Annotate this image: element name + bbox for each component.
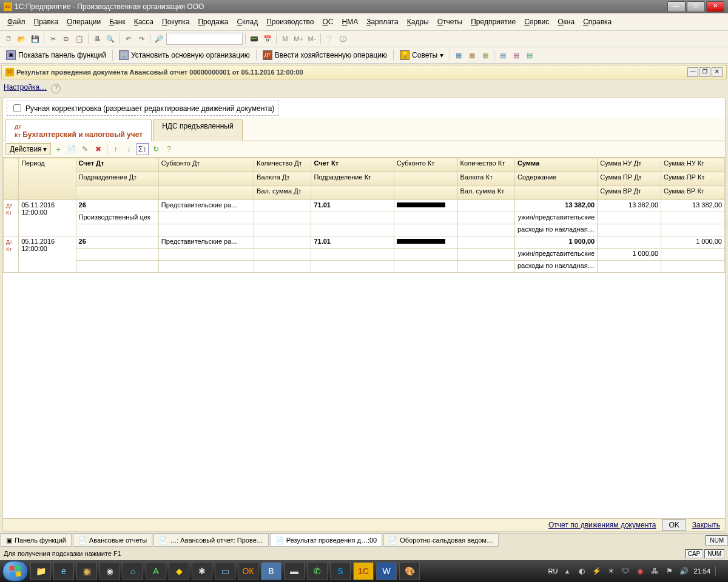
tool-icon-1[interactable]: ▦ [453,49,465,61]
menu-windows[interactable]: Окна [554,16,578,27]
advice-button[interactable]: 💡Советы ▾ [396,49,447,61]
tray-icon[interactable]: ⚡ [592,566,601,576]
cut-icon[interactable]: ✂ [47,33,59,45]
undo-icon[interactable]: ↶ [122,33,134,45]
tray-network-icon[interactable]: 🖧 [650,566,659,576]
menu-edit[interactable]: Правка [30,16,62,27]
task-app-icon[interactable]: ⌂ [123,562,143,580]
task-word-icon[interactable]: W [376,562,397,580]
col-dept-dt[interactable]: Подразделение Дт [76,172,158,186]
enter-operation-button[interactable]: ДтВвести хозяйственную операцию [259,49,391,61]
col-qty-dt[interactable]: Количество Дт [254,158,311,172]
tool-icon-4[interactable]: ▤ [497,49,509,61]
col-period[interactable]: Период [19,158,76,200]
table-row[interactable]: расходы по накладная 22 [4,224,725,236]
menu-nma[interactable]: НМА [338,16,362,27]
doc-close-button[interactable]: ✕ [712,67,723,77]
task-explorer-icon[interactable]: 📁 [30,562,51,580]
tray-up-icon[interactable]: ▴ [562,566,572,576]
task-1c-icon[interactable]: 1C [353,562,374,580]
tray-icon[interactable]: ◐ [577,566,587,576]
col-sub-kt[interactable]: Субконто Кт [394,158,457,172]
tray-volume-icon[interactable]: 🔊 [679,566,689,576]
edit-icon[interactable]: ✎ [79,143,91,155]
panel-tab-active[interactable]: 📄 Результат проведения д…:00 [270,534,382,547]
tool-icon-2[interactable]: ▦ [466,49,478,61]
task-vk-icon[interactable]: В [261,562,281,580]
ok-button[interactable]: OK [662,519,686,531]
table-row[interactable]: ДтКт 05.11.201612:00:00 26 Представитель… [4,236,725,249]
info-icon[interactable]: ⓘ [337,33,349,45]
m-minus-icon[interactable]: M- [306,33,318,45]
menu-bank[interactable]: Банк [106,16,129,27]
maximize-button[interactable]: □ [687,1,705,12]
help-icon[interactable]: ❔ [323,33,335,45]
menu-os[interactable]: ОС [318,16,337,27]
delete-icon[interactable]: ✖ [92,143,104,155]
menu-service[interactable]: Сервис [521,16,553,27]
menu-production[interactable]: Производство [263,16,317,27]
col-nu-kt[interactable]: Сумма НУ Кт [661,158,725,172]
task-app-icon[interactable]: ▬ [284,562,305,580]
calc-icon[interactable]: 📟 [248,33,260,45]
menu-cash[interactable]: Касса [130,16,157,27]
menu-reports[interactable]: Отчеты [434,16,467,27]
redo-icon[interactable]: ↷ [135,33,147,45]
task-app-icon[interactable]: А [146,562,166,580]
task-chrome-icon[interactable]: ◉ [99,562,120,580]
tab-vat[interactable]: НДС предъявленный [153,119,242,141]
new-icon[interactable]: 🗋 [2,33,15,45]
table-row[interactable]: Производственный цех ужин/представительс… [4,212,725,224]
col-sum[interactable]: Сумма [514,158,597,172]
menu-purchase[interactable]: Покупка [158,16,193,27]
col-acc-kt[interactable]: Счет Кт [311,158,394,172]
add-copy-icon[interactable]: 📄 [66,143,78,155]
col-valsum-kt[interactable]: Вал. сумма Кт [457,186,514,200]
task-app-icon[interactable]: ОК [238,562,258,580]
col-content[interactable]: Содержание [514,172,597,186]
manual-correction-checkbox[interactable]: Ручная корректировка (разрешает редактир… [7,101,278,116]
doc-minimize-button[interactable]: — [687,67,698,77]
col-vr-dt[interactable]: Сумма ВР Дт [598,186,661,200]
add-icon[interactable]: ＋ [52,143,64,155]
tab-accounting[interactable]: ДтКт Бухгалтерский и налоговый учет [5,119,152,141]
menu-help[interactable]: Справка [579,16,615,27]
col-dept-kt[interactable]: Подразделение Кт [311,172,394,186]
menu-hr[interactable]: Кадры [403,16,433,27]
col-valsum-dt[interactable]: Вал. сумма Дт [254,186,311,200]
close-link[interactable]: Закрыть [692,521,720,529]
show-panel-button[interactable]: ▣Показать панель функций [2,49,110,61]
move-up-icon[interactable]: ↑ [110,143,122,155]
m-icon[interactable]: M [279,33,291,45]
menu-file[interactable]: Файл [4,16,29,27]
manual-correction-input[interactable] [13,104,21,112]
table-row[interactable]: расходы по накладная 22 [4,261,725,273]
show-desktop-button[interactable] [715,566,721,576]
menu-stock[interactable]: Склад [233,16,261,27]
m-plus-icon[interactable]: M+ [292,33,305,45]
task-app-icon[interactable]: ✆ [307,562,328,580]
report-link[interactable]: Отчет по движениям документа [548,521,656,529]
task-total-icon[interactable]: ▦ [76,562,97,580]
task-app-icon[interactable]: ◆ [169,562,189,580]
task-app-icon[interactable]: ▭ [215,562,235,580]
task-paint-icon[interactable]: 🎨 [399,562,420,580]
panel-tab[interactable]: ▣ Панель функций [1,534,72,547]
sigma-icon[interactable]: Σ↕ [136,143,149,155]
doc-restore-button[interactable]: ❐ [699,67,710,77]
col-vr-kt[interactable]: Сумма ВР Кт [661,186,725,200]
minimize-button[interactable]: — [667,1,686,12]
col-pr-dt[interactable]: Сумма ПР Дт [598,172,661,186]
menu-enterprise[interactable]: Предприятие [467,16,519,27]
help-hint-icon[interactable]: ? [51,84,61,93]
tray-icon[interactable]: 🛡 [621,566,630,576]
set-org-button[interactable]: 🏢Установить основную организацию [115,49,254,61]
task-ie-icon[interactable]: e [53,562,74,580]
tray-flag-icon[interactable]: ⚑ [664,566,674,576]
move-down-icon[interactable]: ↓ [123,143,135,155]
col-sub-dt[interactable]: Субконто Дт [158,158,254,172]
table-row[interactable]: ДтКт 05.11.201612:00:00 26 Представитель… [4,200,725,212]
task-app-icon[interactable]: ✱ [192,562,212,580]
grid-help-icon[interactable]: ? [163,143,175,155]
panel-tab[interactable]: 📄 Оборотно-сальдовая ведом… [383,534,499,547]
